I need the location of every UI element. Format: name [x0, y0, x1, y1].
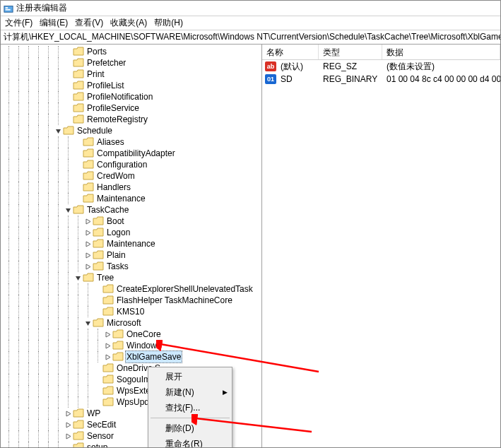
- tree-item-label: Boot: [105, 216, 126, 227]
- tree-item[interactable]: CredWom: [4, 170, 261, 182]
- menu-view[interactable]: 查看(V): [75, 17, 103, 29]
- expander-icon[interactable]: [63, 204, 73, 216]
- value-type: REG_BINARY: [319, 74, 382, 84]
- tree-item[interactable]: Aliases: [4, 136, 261, 148]
- tree-item[interactable]: Maintenance: [4, 193, 261, 204]
- context-menu-item[interactable]: 重命名(R): [150, 436, 230, 448]
- list-row[interactable]: ab(默认)REG_SZ(数值未设置): [262, 60, 500, 73]
- folder-icon: [73, 103, 84, 113]
- tree-item-label: Microsoft: [105, 317, 143, 329]
- expander-icon[interactable]: [73, 159, 83, 170]
- expander-icon[interactable]: [102, 351, 112, 362]
- tree-item[interactable]: Handlers: [4, 182, 261, 193]
- expander-icon[interactable]: [73, 170, 83, 182]
- tree-item-label: Plain: [105, 249, 127, 261]
- tree-item[interactable]: FlashHelper TaskMachineCore: [4, 295, 261, 306]
- tree-item-label: ProfileService: [86, 102, 141, 114]
- expander-icon[interactable]: [83, 227, 93, 238]
- tree-item-label: Aliases: [95, 136, 126, 148]
- expander-icon[interactable]: [63, 69, 73, 80]
- expander-icon[interactable]: [83, 249, 93, 261]
- context-menu-separator: [151, 418, 230, 418]
- expander-icon[interactable]: [73, 148, 83, 159]
- tree-item[interactable]: CompatibilityAdapter: [4, 148, 261, 159]
- expander-icon[interactable]: [63, 57, 73, 69]
- expander-icon[interactable]: [83, 317, 93, 329]
- expander-icon[interactable]: [93, 362, 102, 374]
- folder-icon: [83, 182, 94, 192]
- tree-item-label: XblGameSave: [125, 350, 182, 363]
- expander-icon[interactable]: [53, 125, 63, 136]
- tree-item[interactable]: XblGameSave: [4, 351, 261, 362]
- expander-icon[interactable]: [83, 261, 93, 272]
- tree-item[interactable]: ProfileService: [4, 102, 261, 114]
- tree-item[interactable]: KMS10: [4, 306, 261, 317]
- context-menu-item[interactable]: 查找(F)...: [150, 400, 230, 415]
- expander-icon[interactable]: [93, 385, 102, 396]
- expander-icon[interactable]: [63, 408, 73, 419]
- tree-item[interactable]: CreateExplorerShellUnelevatedTask: [4, 283, 261, 295]
- tree-item[interactable]: Tasks: [4, 261, 261, 272]
- expander-icon[interactable]: [73, 272, 83, 283]
- expander-icon[interactable]: [73, 193, 83, 204]
- tree-item[interactable]: Configuration: [4, 159, 261, 170]
- tree-item[interactable]: Logon: [4, 227, 261, 238]
- expander-icon[interactable]: [93, 374, 102, 385]
- expander-icon[interactable]: [83, 238, 93, 249]
- list-row[interactable]: 01SDREG_BINARY01 00 04 8c c4 00 00 00 d4…: [262, 73, 500, 86]
- tree-item[interactable]: ProfileNotification: [4, 91, 261, 102]
- expander-icon[interactable]: [93, 283, 102, 295]
- tree-item[interactable]: Prefetcher: [4, 57, 261, 69]
- col-header-data[interactable]: 数据: [382, 45, 500, 59]
- expander-icon[interactable]: [93, 306, 102, 317]
- folder-icon: [83, 148, 94, 158]
- expander-icon[interactable]: [93, 396, 102, 408]
- tree-item[interactable]: Print: [4, 69, 261, 80]
- expander-icon[interactable]: [93, 295, 102, 306]
- expander-icon[interactable]: [63, 442, 73, 447]
- col-header-name[interactable]: 名称: [262, 45, 319, 59]
- tree-item[interactable]: Tree: [4, 272, 261, 283]
- tree-item-label: CreateExplorerShellUnelevatedTask: [115, 283, 254, 295]
- menu-help[interactable]: 帮助(H): [154, 17, 183, 29]
- expander-icon[interactable]: [63, 114, 73, 125]
- expander-icon[interactable]: [102, 329, 112, 340]
- tree-item[interactable]: Schedule: [4, 125, 261, 136]
- list-pane[interactable]: 名称 类型 数据 ab(默认)REG_SZ(数值未设置)01SDREG_BINA…: [262, 45, 500, 447]
- expander-icon[interactable]: [63, 91, 73, 102]
- tree-item[interactable]: Ports: [4, 46, 261, 57]
- tree-item[interactable]: Plain: [4, 249, 261, 261]
- expander-icon[interactable]: [63, 419, 73, 430]
- col-header-type[interactable]: 类型: [319, 45, 382, 59]
- address-bar[interactable]: 计算机\HKEY_LOCAL_MACHINE\SOFTWARE\Microsof…: [1, 30, 500, 45]
- menu-edit[interactable]: 编辑(E): [40, 17, 68, 29]
- tree-item[interactable]: Microsoft: [4, 317, 261, 329]
- context-menu-item[interactable]: 删除(D): [150, 420, 230, 436]
- expander-icon[interactable]: [102, 340, 112, 351]
- work-area: PortsPrefetcherPrintProfileListProfileNo…: [1, 45, 500, 447]
- tree-item-label: ProfileList: [86, 80, 126, 91]
- tree-item[interactable]: Boot: [4, 216, 261, 227]
- expander-icon[interactable]: [63, 46, 73, 57]
- tree-item[interactable]: OneCore: [4, 329, 261, 340]
- tree-item-label: Tasks: [105, 261, 130, 272]
- expander-icon[interactable]: [83, 216, 93, 227]
- context-menu-item[interactable]: 新建(N)▶: [150, 384, 230, 400]
- expander-icon[interactable]: [63, 430, 73, 442]
- expander-icon[interactable]: [63, 102, 73, 114]
- tree-item[interactable]: RemoteRegistry: [4, 114, 261, 125]
- expander-icon[interactable]: [73, 182, 83, 193]
- menu-fav[interactable]: 收藏夹(A): [110, 17, 147, 29]
- tree-item[interactable]: Maintenance: [4, 238, 261, 249]
- expander-icon[interactable]: [73, 136, 83, 148]
- tree-item-label: OneCore: [125, 329, 163, 340]
- tree-item-label: Handlers: [95, 182, 132, 193]
- value-name: SD: [276, 74, 319, 84]
- tree-item[interactable]: Windows: [4, 340, 261, 351]
- tree-item-label: Maintenance: [105, 238, 157, 249]
- expander-icon[interactable]: [63, 80, 73, 91]
- menu-file[interactable]: 文件(F): [5, 17, 33, 29]
- tree-item[interactable]: ProfileList: [4, 80, 261, 91]
- context-menu-item[interactable]: 展开: [150, 369, 230, 384]
- tree-item[interactable]: TaskCache: [4, 204, 261, 216]
